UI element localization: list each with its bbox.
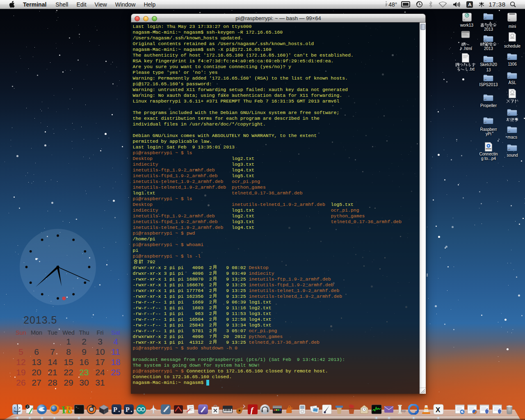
- svg-text:P: P: [113, 406, 117, 413]
- svg-text:App: App: [401, 409, 406, 413]
- svg-text:>_: >_: [75, 406, 79, 409]
- svg-text:J: J: [27, 405, 28, 408]
- svg-text:B: B: [65, 404, 72, 415]
- svg-text:X: X: [436, 406, 441, 414]
- svg-text:P: P: [126, 406, 130, 413]
